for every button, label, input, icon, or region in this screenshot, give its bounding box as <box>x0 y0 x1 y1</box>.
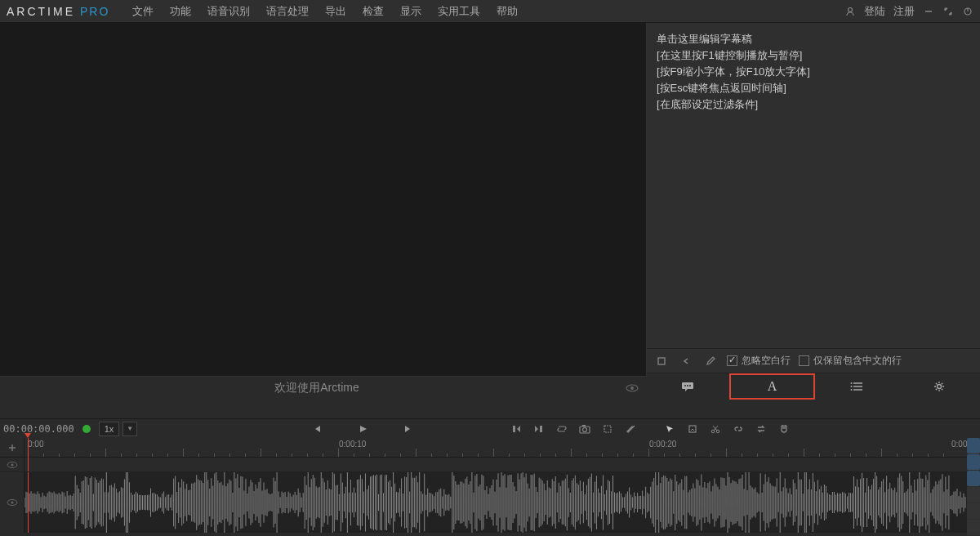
sidebar-btn-6[interactable] <box>967 520 980 535</box>
menu-tools[interactable]: 实用工具 <box>430 1 488 22</box>
undo-icon[interactable] <box>678 353 694 369</box>
app-logo: ARCTIME PRO <box>7 5 109 18</box>
register-link[interactable]: 注册 <box>893 4 915 19</box>
svg-point-18 <box>583 427 587 431</box>
timecode-display: 00:00:00.000 <box>3 423 74 435</box>
svg-point-14 <box>937 384 941 388</box>
tab-settings[interactable] <box>898 373 980 400</box>
timeline-sidebar <box>967 438 980 536</box>
subtitle-track-body[interactable] <box>24 458 967 471</box>
mark-out-icon[interactable] <box>529 420 549 438</box>
sidebar-btn-2[interactable] <box>967 454 980 470</box>
svg-rect-20 <box>604 426 611 432</box>
mark-in-icon[interactable] <box>506 420 526 438</box>
video-preview[interactable] <box>0 23 647 399</box>
filter-row: 忽略空白行 仅保留包含中文的行 <box>647 348 980 373</box>
menu-function[interactable]: 功能 <box>162 1 199 22</box>
svg-point-29 <box>11 502 13 504</box>
video-title: 欢迎使用Arctime <box>8 381 626 395</box>
power-icon[interactable] <box>962 6 973 17</box>
edit-icon[interactable] <box>702 353 719 369</box>
logo-suffix: PRO <box>80 5 109 18</box>
svg-rect-4 <box>658 358 665 364</box>
swap-tool-icon[interactable] <box>751 420 771 438</box>
checkbox-icon <box>799 355 809 366</box>
menu-items: 文件 功能 语音识别 语言处理 导出 检查 显示 实用工具 帮助 <box>124 1 526 22</box>
playhead-line <box>28 438 29 471</box>
svg-point-0 <box>849 7 853 11</box>
playback-toolbar: 00:00:00.000 1x ▼ <box>0 418 980 438</box>
subtitle-panel: 单击这里编辑字幕稿 [在这里按F1键控制播放与暂停] [按F9缩小字体，按F10… <box>647 23 980 399</box>
svg-point-7 <box>689 385 691 386</box>
svg-point-16 <box>630 386 634 390</box>
marker-icon[interactable] <box>621 420 640 438</box>
video-footer: 欢迎使用Arctime <box>0 376 647 399</box>
subtitle-track <box>0 458 967 472</box>
keep-chinese-label: 仅保留包含中文的行 <box>813 354 902 368</box>
speed-selector[interactable]: 1x <box>99 422 120 436</box>
sidebar-btn-3[interactable] <box>967 471 980 486</box>
visibility-icon[interactable] <box>626 383 639 393</box>
logo-brand: ARCTIME <box>7 5 75 18</box>
subtitle-editor[interactable]: 单击这里编辑字幕稿 [在这里按F1键控制播放与暂停] [按F9缩小字体，按F10… <box>647 23 980 348</box>
user-icon <box>844 6 856 17</box>
svg-rect-19 <box>582 425 586 427</box>
track-visibility-icon[interactable] <box>0 458 24 471</box>
cut-tool-icon[interactable] <box>706 420 725 438</box>
subtitle-line: 单击这里编辑字幕稿 <box>657 31 970 47</box>
expand-icon[interactable] <box>942 6 954 17</box>
timeline-ruler[interactable]: 0:000:00:100:00:200:00: <box>0 438 967 458</box>
svg-point-27 <box>11 463 13 466</box>
audio-track <box>0 472 967 533</box>
ruler-track[interactable]: 0:000:00:100:00:200:00: <box>24 438 967 457</box>
crop-icon[interactable] <box>598 420 617 438</box>
menu-file[interactable]: 文件 <box>124 1 162 22</box>
sidebar-btn-4 <box>967 487 980 502</box>
svg-point-13 <box>850 389 852 391</box>
play-button[interactable] <box>353 420 372 438</box>
camera-icon[interactable] <box>575 420 595 438</box>
svg-point-12 <box>850 386 852 387</box>
keep-chinese-checkbox[interactable]: 仅保留包含中文的行 <box>799 354 902 368</box>
playhead-line <box>28 472 29 533</box>
audio-visibility-icon[interactable] <box>0 472 24 533</box>
select-tool-icon[interactable] <box>683 420 702 438</box>
menu-display[interactable]: 显示 <box>392 1 430 22</box>
tab-comment[interactable] <box>647 373 729 400</box>
menu-export[interactable]: 导出 <box>317 1 354 22</box>
speed-dropdown-icon[interactable]: ▼ <box>122 422 137 436</box>
menu-help[interactable]: 帮助 <box>488 1 526 22</box>
link-tool-icon[interactable] <box>728 420 748 438</box>
subtitle-line: [在底部设定过滤条件] <box>657 96 970 113</box>
menu-language[interactable]: 语言处理 <box>258 1 317 22</box>
menu-check[interactable]: 检查 <box>354 1 392 22</box>
tab-list[interactable] <box>815 373 898 400</box>
stop-icon[interactable] <box>653 353 670 369</box>
loop-icon[interactable] <box>552 420 572 438</box>
prev-button[interactable] <box>307 420 327 438</box>
login-link[interactable]: 登陆 <box>864 4 885 19</box>
timeline: 0:000:00:100:00:200:00: <box>0 438 967 533</box>
record-indicator <box>82 425 91 433</box>
subtitle-line: [在这里按F1键控制播放与暂停] <box>657 47 970 64</box>
side-tabs: A <box>647 373 980 399</box>
checkbox-icon <box>727 355 737 366</box>
svg-point-6 <box>687 385 688 386</box>
svg-point-11 <box>850 382 852 384</box>
waveform[interactable] <box>24 472 967 533</box>
menubar-right: 登陆 注册 <box>844 4 973 19</box>
next-button[interactable] <box>399 420 418 438</box>
svg-point-5 <box>684 385 686 386</box>
subtitle-line: [按Esc键将焦点返回时间轴] <box>657 80 970 96</box>
add-track-button[interactable] <box>0 438 24 457</box>
pointer-tool-icon[interactable] <box>660 420 679 438</box>
sidebar-btn-5[interactable] <box>967 503 980 519</box>
ignore-blank-checkbox[interactable]: 忽略空白行 <box>727 354 791 368</box>
subtitle-line: [按F9缩小字体，按F10放大字体] <box>657 64 970 80</box>
minimize-icon[interactable] <box>923 6 934 17</box>
tab-text[interactable]: A <box>729 373 815 400</box>
sidebar-btn-1[interactable] <box>967 438 980 453</box>
menu-speech[interactable]: 语音识别 <box>199 1 258 22</box>
main-area: 单击这里编辑字幕稿 [在这里按F1键控制播放与暂停] [按F9缩小字体，按F10… <box>0 23 980 399</box>
magnet-tool-icon[interactable] <box>774 420 794 438</box>
